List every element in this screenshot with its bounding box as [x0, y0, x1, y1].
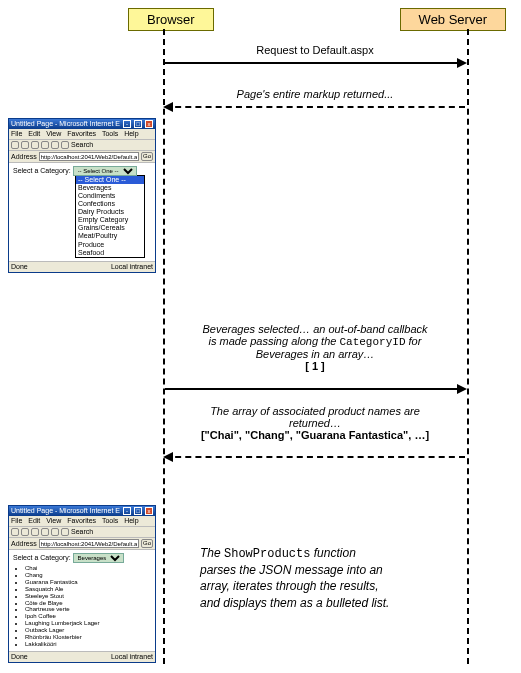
toolbar-search-label: Search — [71, 528, 93, 536]
category-select[interactable]: Beverages — [73, 553, 124, 563]
stop-icon[interactable] — [31, 141, 39, 149]
menu-help[interactable]: Help — [124, 517, 138, 524]
arrow-request — [165, 62, 465, 64]
toolbar: Search — [9, 140, 155, 151]
toolbar: Search — [9, 527, 155, 538]
toolbar-search-label: Search — [71, 141, 93, 149]
menu-tools[interactable]: Tools — [102, 517, 118, 524]
window-buttons: - □ x — [122, 507, 153, 515]
menu-file[interactable]: File — [11, 517, 22, 524]
msg-request-label: Request to Default.aspx — [170, 44, 460, 56]
menu-help[interactable]: Help — [124, 130, 138, 137]
msg3-l1: Beverages selected… an out-of-band callb… — [202, 323, 427, 335]
address-label: Address — [11, 540, 37, 548]
home-icon[interactable] — [51, 141, 59, 149]
search-icon[interactable] — [61, 141, 69, 149]
window-titlebar: Untitled Page - Microsoft Internet E - □… — [9, 119, 155, 129]
category-label: Select a Category: — [13, 554, 71, 561]
menu-bar: File Edit View Favorites Tools Help — [9, 516, 155, 527]
category-select[interactable]: -- Select One -- — [73, 166, 137, 176]
page-body: Select a Category: Beverages Chai Chang … — [9, 550, 155, 651]
arrow-response — [165, 456, 465, 458]
participant-web-server: Web Server — [400, 8, 506, 31]
msg-callback-label: Beverages selected… an out-of-band callb… — [170, 323, 460, 372]
list-item: Sasquatch Ale — [25, 586, 151, 593]
caption-a: The — [200, 546, 224, 560]
menu-edit[interactable]: Edit — [28, 130, 40, 137]
arrowhead-left-icon — [163, 102, 173, 112]
home-icon[interactable] — [51, 528, 59, 536]
window-buttons: - □ x — [122, 120, 153, 128]
mini-browser-after: Untitled Page - Microsoft Internet E - □… — [8, 505, 156, 663]
back-icon[interactable] — [11, 141, 19, 149]
list-item: Côte de Blaye — [25, 600, 151, 607]
caption-fn: ShowProducts — [224, 547, 310, 561]
lifeline-browser — [163, 29, 165, 664]
msg3-categoryid: CategoryID — [339, 336, 405, 348]
list-item: Guarana Fantastica — [25, 579, 151, 586]
menu-file[interactable]: File — [11, 130, 22, 137]
msg3-l3: Beverages in an array… — [256, 348, 375, 360]
close-icon: x — [145, 507, 153, 515]
participant-browser: Browser — [128, 8, 214, 31]
list-item: Ipoh Coffee — [25, 613, 151, 620]
menu-favorites[interactable]: Favorites — [67, 517, 96, 524]
option-seafood[interactable]: Seafood — [76, 249, 144, 257]
refresh-icon[interactable] — [41, 141, 49, 149]
menu-tools[interactable]: Tools — [102, 130, 118, 137]
minimize-icon: - — [123, 120, 131, 128]
go-button[interactable]: Go — [141, 539, 153, 548]
option-empty[interactable]: Empty Category — [76, 216, 144, 224]
list-item: Laughing Lumberjack Lager — [25, 620, 151, 627]
option-grains[interactable]: Grains/Cereals — [76, 224, 144, 232]
search-icon[interactable] — [61, 528, 69, 536]
status-bar: Done Local intranet — [9, 651, 155, 662]
list-item: Chai — [25, 565, 151, 572]
msg-response-label: The array of associated product names ar… — [170, 405, 460, 441]
address-input[interactable] — [39, 539, 139, 548]
close-icon: x — [145, 120, 153, 128]
maximize-icon: □ — [134, 507, 142, 515]
msg-page-returned-label: Page's entire markup returned... — [170, 88, 460, 100]
option-select-one[interactable]: -- Select One -- — [76, 176, 144, 184]
option-dairy[interactable]: Dairy Products — [76, 208, 144, 216]
forward-icon[interactable] — [21, 528, 29, 536]
go-button[interactable]: Go — [141, 152, 153, 161]
list-item: Rhönbräu Klosterbier — [25, 634, 151, 641]
arrowhead-right-icon — [457, 384, 467, 394]
msg4-l2: returned… — [289, 417, 341, 429]
window-title: Untitled Page - Microsoft Internet E — [11, 120, 120, 128]
option-confections[interactable]: Confections — [76, 200, 144, 208]
address-label: Address — [11, 153, 37, 161]
option-produce[interactable]: Produce — [76, 241, 144, 249]
showproducts-caption: The ShowProducts function parses the JSO… — [200, 545, 390, 611]
stop-icon[interactable] — [31, 528, 39, 536]
window-title: Untitled Page - Microsoft Internet E — [11, 507, 120, 515]
minimize-icon: - — [123, 507, 131, 515]
option-beverages[interactable]: Beverages — [76, 184, 144, 192]
menu-edit[interactable]: Edit — [28, 517, 40, 524]
menu-view[interactable]: View — [46, 130, 61, 137]
msg4-l1: The array of associated product names ar… — [210, 405, 420, 417]
status-bar: Done Local intranet — [9, 261, 155, 272]
maximize-icon: □ — [134, 120, 142, 128]
lifeline-web-server — [467, 29, 469, 664]
forward-icon[interactable] — [21, 141, 29, 149]
refresh-icon[interactable] — [41, 528, 49, 536]
option-condiments[interactable]: Condiments — [76, 192, 144, 200]
option-meat[interactable]: Meat/Poultry — [76, 232, 144, 240]
category-dropdown-list: -- Select One -- Beverages Condiments Co… — [75, 175, 145, 257]
status-left: Done — [11, 653, 28, 661]
list-item: Lakkalikööri — [25, 641, 151, 648]
product-list: Chai Chang Guarana Fantastica Sasquatch … — [25, 565, 151, 648]
window-titlebar: Untitled Page - Microsoft Internet E - □… — [9, 506, 155, 516]
list-item: Steeleye Stout — [25, 593, 151, 600]
back-icon[interactable] — [11, 528, 19, 536]
mini-browser-before: Untitled Page - Microsoft Internet E - □… — [8, 118, 156, 273]
status-right: Local intranet — [111, 263, 153, 271]
list-item: Chang — [25, 572, 151, 579]
menu-view[interactable]: View — [46, 517, 61, 524]
arrowhead-left-icon — [163, 452, 173, 462]
address-input[interactable] — [39, 152, 139, 161]
menu-favorites[interactable]: Favorites — [67, 130, 96, 137]
